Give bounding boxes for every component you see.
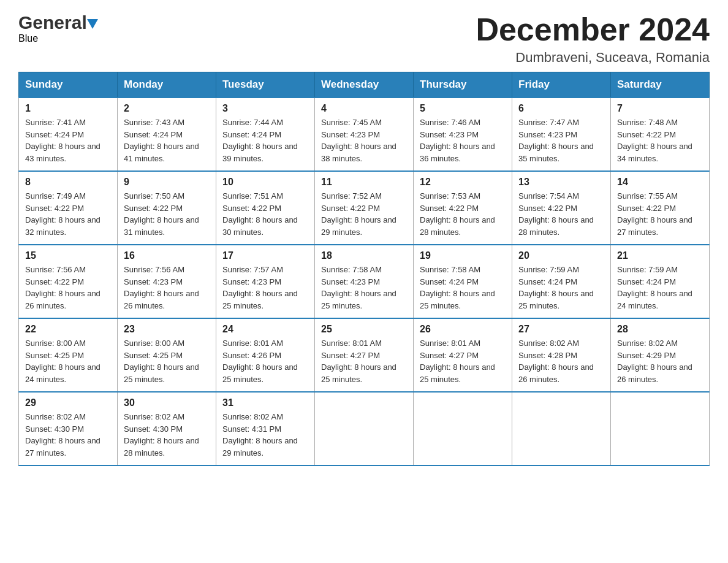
calendar-header-row: Sunday Monday Tuesday Wednesday Thursday… — [19, 72, 710, 98]
table-row: 1Sunrise: 7:41 AMSunset: 4:24 PMDaylight… — [19, 98, 118, 171]
day-number: 5 — [420, 103, 506, 114]
calendar-week-row: 22Sunrise: 8:00 AMSunset: 4:25 PMDayligh… — [19, 318, 710, 392]
day-info: Sunrise: 7:53 AMSunset: 4:22 PMDaylight:… — [420, 190, 506, 238]
day-number: 22 — [25, 324, 111, 335]
day-number: 9 — [124, 177, 210, 188]
day-number: 24 — [222, 324, 308, 335]
table-row: 24Sunrise: 8:01 AMSunset: 4:26 PMDayligh… — [216, 318, 315, 392]
header-monday: Monday — [118, 72, 216, 98]
table-row: 23Sunrise: 8:00 AMSunset: 4:25 PMDayligh… — [118, 318, 216, 392]
title-block: December 2024 Dumbraveni, Suceava, Roman… — [476, 12, 710, 66]
day-info: Sunrise: 7:44 AMSunset: 4:24 PMDaylight:… — [222, 117, 308, 164]
day-number: 8 — [25, 177, 111, 188]
calendar-table: Sunday Monday Tuesday Wednesday Thursday… — [18, 72, 710, 466]
calendar-title: December 2024 — [476, 12, 710, 47]
day-info: Sunrise: 7:41 AMSunset: 4:24 PMDaylight:… — [25, 117, 111, 164]
day-info: Sunrise: 8:00 AMSunset: 4:25 PMDaylight:… — [124, 337, 210, 385]
day-info: Sunrise: 7:59 AMSunset: 4:24 PMDaylight:… — [617, 264, 703, 312]
table-row: 25Sunrise: 8:01 AMSunset: 4:27 PMDayligh… — [315, 318, 414, 392]
table-row: 14Sunrise: 7:55 AMSunset: 4:22 PMDayligh… — [611, 171, 710, 245]
header-friday: Friday — [512, 72, 611, 98]
day-info: Sunrise: 7:47 AMSunset: 4:23 PMDaylight:… — [518, 117, 604, 164]
table-row — [315, 392, 414, 465]
table-row — [414, 392, 512, 465]
day-number: 1 — [25, 103, 111, 114]
calendar-week-row: 8Sunrise: 7:49 AMSunset: 4:22 PMDaylight… — [19, 171, 710, 245]
day-number: 25 — [321, 324, 407, 335]
day-info: Sunrise: 8:01 AMSunset: 4:27 PMDaylight:… — [321, 337, 407, 385]
day-info: Sunrise: 7:58 AMSunset: 4:23 PMDaylight:… — [321, 264, 407, 312]
logo: General Blue — [18, 12, 98, 44]
day-number: 28 — [617, 324, 703, 335]
day-number: 26 — [420, 324, 506, 335]
table-row: 6Sunrise: 7:47 AMSunset: 4:23 PMDaylight… — [512, 98, 611, 171]
day-number: 3 — [222, 103, 308, 114]
day-info: Sunrise: 8:02 AMSunset: 4:29 PMDaylight:… — [617, 337, 703, 385]
table-row: 19Sunrise: 7:58 AMSunset: 4:24 PMDayligh… — [414, 245, 512, 318]
table-row: 20Sunrise: 7:59 AMSunset: 4:24 PMDayligh… — [512, 245, 611, 318]
logo-blue-text: Blue — [18, 33, 38, 44]
table-row: 31Sunrise: 8:02 AMSunset: 4:31 PMDayligh… — [216, 392, 315, 465]
table-row: 3Sunrise: 7:44 AMSunset: 4:24 PMDaylight… — [216, 98, 315, 171]
calendar-week-row: 29Sunrise: 8:02 AMSunset: 4:30 PMDayligh… — [19, 392, 710, 465]
day-info: Sunrise: 8:02 AMSunset: 4:30 PMDaylight:… — [124, 411, 210, 459]
header-thursday: Thursday — [414, 72, 512, 98]
day-info: Sunrise: 8:02 AMSunset: 4:30 PMDaylight:… — [25, 411, 111, 459]
table-row: 27Sunrise: 8:02 AMSunset: 4:28 PMDayligh… — [512, 318, 611, 392]
table-row: 9Sunrise: 7:50 AMSunset: 4:22 PMDaylight… — [118, 171, 216, 245]
day-number: 4 — [321, 103, 407, 114]
day-number: 13 — [518, 177, 604, 188]
calendar-week-row: 1Sunrise: 7:41 AMSunset: 4:24 PMDaylight… — [19, 98, 710, 171]
day-info: Sunrise: 7:46 AMSunset: 4:23 PMDaylight:… — [420, 117, 506, 164]
table-row: 17Sunrise: 7:57 AMSunset: 4:23 PMDayligh… — [216, 245, 315, 318]
logo-triangle-icon — [87, 19, 98, 29]
table-row: 28Sunrise: 8:02 AMSunset: 4:29 PMDayligh… — [611, 318, 710, 392]
day-info: Sunrise: 7:56 AMSunset: 4:22 PMDaylight:… — [25, 264, 111, 312]
table-row — [611, 392, 710, 465]
table-row: 12Sunrise: 7:53 AMSunset: 4:22 PMDayligh… — [414, 171, 512, 245]
day-info: Sunrise: 7:59 AMSunset: 4:24 PMDaylight:… — [518, 264, 604, 312]
day-number: 10 — [222, 177, 308, 188]
header-sunday: Sunday — [19, 72, 118, 98]
day-number: 27 — [518, 324, 604, 335]
day-info: Sunrise: 8:02 AMSunset: 4:28 PMDaylight:… — [518, 337, 604, 385]
table-row: 30Sunrise: 8:02 AMSunset: 4:30 PMDayligh… — [118, 392, 216, 465]
page-header: General Blue December 2024 Dumbraveni, S… — [18, 12, 710, 66]
day-info: Sunrise: 8:00 AMSunset: 4:25 PMDaylight:… — [25, 337, 111, 385]
day-number: 16 — [124, 250, 210, 261]
table-row: 26Sunrise: 8:01 AMSunset: 4:27 PMDayligh… — [414, 318, 512, 392]
table-row: 29Sunrise: 8:02 AMSunset: 4:30 PMDayligh… — [19, 392, 118, 465]
day-number: 15 — [25, 250, 111, 261]
calendar-location: Dumbraveni, Suceava, Romania — [476, 50, 710, 66]
day-info: Sunrise: 7:54 AMSunset: 4:22 PMDaylight:… — [518, 190, 604, 238]
day-number: 18 — [321, 250, 407, 261]
day-number: 31 — [222, 397, 308, 408]
table-row: 10Sunrise: 7:51 AMSunset: 4:22 PMDayligh… — [216, 171, 315, 245]
day-info: Sunrise: 7:48 AMSunset: 4:22 PMDaylight:… — [617, 117, 703, 164]
calendar-week-row: 15Sunrise: 7:56 AMSunset: 4:22 PMDayligh… — [19, 245, 710, 318]
day-number: 2 — [124, 103, 210, 114]
day-info: Sunrise: 7:52 AMSunset: 4:22 PMDaylight:… — [321, 190, 407, 238]
day-number: 20 — [518, 250, 604, 261]
day-info: Sunrise: 7:58 AMSunset: 4:24 PMDaylight:… — [420, 264, 506, 312]
table-row: 11Sunrise: 7:52 AMSunset: 4:22 PMDayligh… — [315, 171, 414, 245]
table-row: 5Sunrise: 7:46 AMSunset: 4:23 PMDaylight… — [414, 98, 512, 171]
day-info: Sunrise: 8:01 AMSunset: 4:27 PMDaylight:… — [420, 337, 506, 385]
table-row: 8Sunrise: 7:49 AMSunset: 4:22 PMDaylight… — [19, 171, 118, 245]
day-number: 21 — [617, 250, 703, 261]
day-number: 12 — [420, 177, 506, 188]
logo-general-text: General — [18, 12, 87, 33]
header-tuesday: Tuesday — [216, 72, 315, 98]
day-number: 19 — [420, 250, 506, 261]
day-info: Sunrise: 7:55 AMSunset: 4:22 PMDaylight:… — [617, 190, 703, 238]
table-row: 15Sunrise: 7:56 AMSunset: 4:22 PMDayligh… — [19, 245, 118, 318]
day-number: 29 — [25, 397, 111, 408]
table-row — [512, 392, 611, 465]
day-info: Sunrise: 7:51 AMSunset: 4:22 PMDaylight:… — [222, 190, 308, 238]
table-row: 13Sunrise: 7:54 AMSunset: 4:22 PMDayligh… — [512, 171, 611, 245]
table-row: 4Sunrise: 7:45 AMSunset: 4:23 PMDaylight… — [315, 98, 414, 171]
day-info: Sunrise: 7:57 AMSunset: 4:23 PMDaylight:… — [222, 264, 308, 312]
day-info: Sunrise: 7:43 AMSunset: 4:24 PMDaylight:… — [124, 117, 210, 164]
table-row: 7Sunrise: 7:48 AMSunset: 4:22 PMDaylight… — [611, 98, 710, 171]
day-number: 30 — [124, 397, 210, 408]
